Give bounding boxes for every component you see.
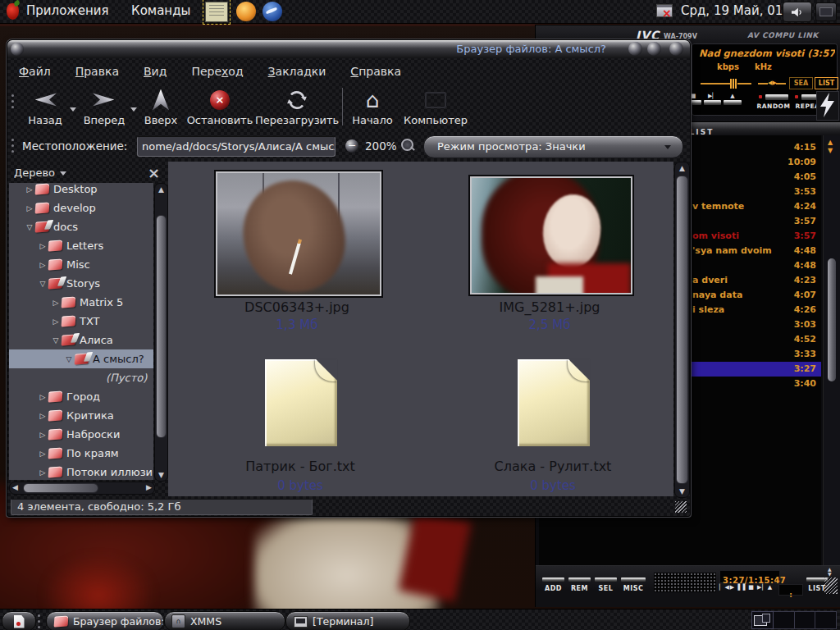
tree-item[interactable]: ▽Алиса [9,331,153,349]
taskbar-handle[interactable] [38,611,40,630]
balance-slider-handle[interactable]: ◀▶ [768,80,776,87]
mini-transport-buttons[interactable]: ▏◀▶ ▌▌■ ▶▏▲ [719,584,777,591]
expander-icon[interactable]: ▷ [37,431,48,439]
scroll-right-icon[interactable]: ▶ [146,482,152,493]
shell-icon[interactable] [236,2,256,21]
notification-window-icon[interactable]: × [656,4,673,17]
location-input[interactable]: nome/ad/docs/Storys/Алиса/А смысл? [137,136,336,157]
toolbar-handle[interactable] [11,91,14,112]
home-button[interactable]: ⌂Начало [349,87,396,126]
playlist-scrollbar[interactable]: ▲ ▼ [823,135,840,565]
tree-item-selected[interactable]: ▽А смысл? [9,349,153,368]
scroll-down-icon[interactable]: ▼ [155,469,167,481]
menu-edit[interactable]: Правка [75,65,119,78]
icon-view[interactable]: DSC06343+.jpg 1,3 Мб IMG_5281+.jpg 2,5 М… [168,162,673,496]
tree-item[interactable]: ▷Matrix 5 [9,293,153,312]
tree-item[interactable]: ▷Город [9,387,153,406]
forward-dropdown-icon[interactable] [130,107,137,112]
tree-item[interactable]: ▷develop [9,199,153,217]
sea-button[interactable]: SEA [789,77,813,89]
scroll-down-icon[interactable]: ▼ [675,486,689,497]
file-thumbnail-img5281[interactable] [470,176,632,294]
sidebar-horizontal-scrollbar[interactable]: ◀ ▶ [9,482,155,495]
task-file-browser[interactable]: Браузер файлов: А [46,611,164,630]
scroll-arrows[interactable]: ▲▼ [828,567,832,577]
expander-icon[interactable]: ▽ [50,336,62,345]
tree-item[interactable]: ▷Misc [9,255,153,274]
lightning-button[interactable] [816,91,839,121]
file-thumbnail-dsc06343[interactable] [216,171,381,296]
expander-icon[interactable]: ▷ [37,450,48,458]
expander-icon[interactable]: ▷ [37,412,48,420]
main-scroll-thumb[interactable] [676,176,688,484]
window-menu-button[interactable] [11,43,24,56]
task-terminal[interactable]: [Терминал] [285,611,410,630]
expander-icon[interactable]: ▷ [37,468,48,477]
sidebar-vertical-scrollbar[interactable]: ▲ ▼ [154,183,168,482]
sidebar-close-icon[interactable]: × [148,163,160,183]
menu-view[interactable]: Вид [144,65,167,78]
expander-icon[interactable]: ▷ [37,242,48,250]
panel-menu-commands[interactable]: Команды [131,3,190,18]
misc-button[interactable]: MISC [621,578,646,592]
add-button[interactable]: ADD [542,578,564,592]
expander-icon[interactable]: ▷ [24,204,35,212]
expander-icon[interactable]: ▽ [37,280,48,288]
random-button[interactable] [765,94,788,100]
scroll-down-icon[interactable]: ▼ [828,147,833,154]
show-desktop-button[interactable] [2,611,36,630]
menu-go[interactable]: Переход [191,65,243,78]
workspace-3[interactable] [795,611,816,629]
sidebar-scroll-thumb[interactable] [156,215,167,438]
back-dropdown-icon[interactable] [70,107,76,112]
reload-button[interactable]: Перезагрузить [255,87,339,126]
main-vertical-scrollbar[interactable]: ▲ ▼ [674,162,690,498]
tree-item[interactable]: ▷Потоки иллюзи [9,463,153,480]
list-toggle-button[interactable]: LIST [815,77,838,89]
sidebar-header-label[interactable]: Дерево [9,167,55,179]
expander-icon[interactable]: ▷ [24,185,35,194]
computer-button[interactable]: Компьютер [398,87,473,126]
menu-bookmarks[interactable]: Закладки [268,65,326,78]
up-button[interactable]: Вверх [137,87,185,126]
stop-button-toolbar[interactable]: ×Остановить [186,87,253,126]
expander-icon[interactable]: ▷ [50,317,62,326]
zoom-out-button[interactable]: − [345,139,358,153]
expander-icon[interactable]: ▽ [24,223,35,231]
scroll-up-icon[interactable]: ▲ [828,139,833,146]
eject-button[interactable]: ▲ [724,93,742,106]
tree-item[interactable]: ▷Letters [9,236,153,255]
sidebar-hscroll-thumb[interactable] [23,483,98,493]
sel-button[interactable]: SEL [595,578,617,592]
resize-grip[interactable] [824,578,838,594]
workspace-2[interactable] [774,611,795,629]
workspace-1[interactable] [751,611,774,629]
tree-item[interactable]: ▷Критика [9,406,153,425]
expander-icon[interactable]: ▷ [50,299,62,307]
minimize-button[interactable] [628,42,642,56]
panel-menu-applications[interactable]: Приложения [26,3,109,18]
view-mode-dropdown[interactable]: Режим просмотра: Значки [423,135,683,158]
rem-button[interactable]: REM [568,578,591,592]
expander-icon[interactable]: ▽ [63,355,75,363]
volume-slider-handle[interactable] [730,79,737,89]
expander-icon[interactable]: ▷ [37,393,48,401]
thunderbird-icon[interactable] [262,2,282,21]
forward-button[interactable]: Вперед [78,87,130,126]
tree-item[interactable]: ▽Storys [9,274,153,293]
expander-icon[interactable]: ▷ [37,261,48,269]
main-menu-icon[interactable] [7,3,19,20]
tree-item[interactable]: ▷Desktop [9,183,153,199]
volume-applet-button[interactable] [783,2,812,22]
tree-item[interactable]: ▽docs [9,217,153,236]
window-resize-grip[interactable] [675,501,687,513]
maximize-button[interactable] [647,42,661,56]
close-button[interactable] [669,42,683,56]
task-xmms[interactable]: ∩ XMMS [164,611,285,630]
tree-item[interactable]: ▷TXT [9,312,153,331]
sidebar-header-caret-icon[interactable] [60,171,66,176]
scroll-left-icon[interactable]: ◀ [12,482,18,493]
terminal-icon[interactable] [205,2,228,22]
menu-file[interactable]: Файл [19,65,51,78]
panel-applet-icon[interactable] [815,2,837,21]
